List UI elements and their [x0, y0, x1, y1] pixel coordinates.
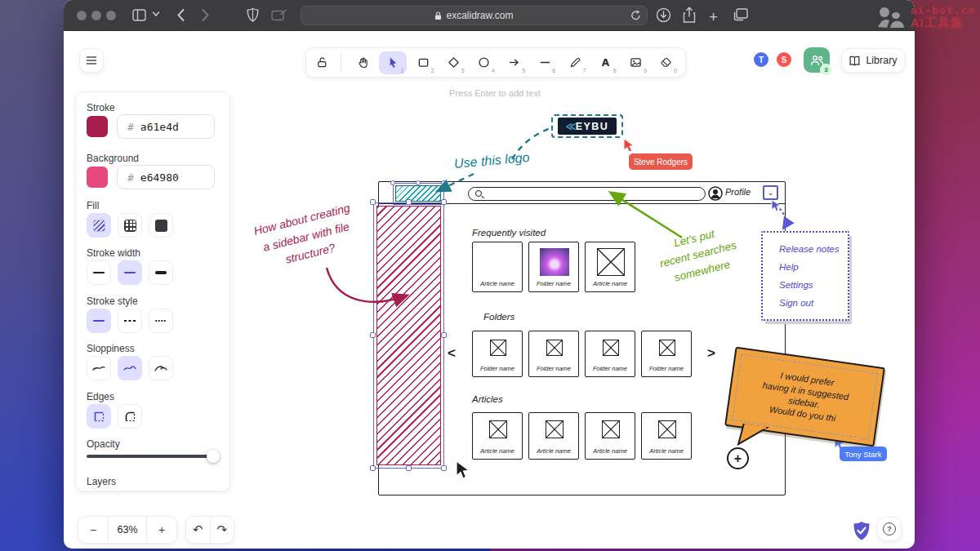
menu-item-sign-out[interactable]: Sign out [779, 298, 848, 308]
article-card[interactable]: Article name [472, 412, 523, 460]
collaborator-avatar-t[interactable]: T [752, 51, 770, 69]
keybu-logo-group[interactable]: ≪EYBU [551, 114, 623, 138]
share-icon[interactable] [683, 7, 696, 24]
selection-handle[interactable] [406, 199, 412, 205]
menu-item-release-notes[interactable]: Release notes [779, 244, 848, 254]
selection-tool-button[interactable]: 1 [379, 51, 407, 74]
selection-handle[interactable] [370, 332, 376, 338]
help-button[interactable]: ? [877, 517, 902, 541]
sloppiness-architect-button[interactable] [87, 356, 111, 380]
article-card[interactable]: Article name [528, 412, 579, 460]
sloppiness-label: Sloppiness [87, 343, 135, 354]
forward-button[interactable] [201, 8, 210, 22]
folder-card[interactable]: Folder name [641, 331, 692, 377]
fill-solid-button[interactable] [149, 213, 173, 238]
downloads-icon[interactable] [656, 7, 671, 23]
background-color-swatch[interactable] [87, 167, 108, 188]
selection-handle[interactable] [390, 180, 395, 185]
freq-card-article-1[interactable]: Article name [472, 242, 523, 292]
wireframe-searchbar[interactable] [468, 187, 706, 201]
freq-card-article-2[interactable]: Article name [585, 242, 635, 292]
undo-button[interactable]: ↶ [186, 517, 211, 543]
draw-tool-button[interactable]: 7 [561, 51, 589, 74]
wireframe-profile-menu[interactable]: Release notes Help Settings Sign out [761, 231, 849, 321]
new-tab-icon[interactable]: + [709, 8, 718, 26]
freq-card-folder[interactable]: Folder name [528, 242, 579, 292]
menu-item-settings[interactable]: Settings [779, 280, 848, 290]
address-bar[interactable]: excalidraw.com [301, 6, 648, 25]
selection-handle[interactable] [416, 180, 421, 185]
stroke-style-dashed-button[interactable] [118, 309, 142, 333]
stroke-style-solid-button[interactable] [87, 309, 111, 333]
hamburger-icon [86, 56, 97, 65]
article-card[interactable]: Article name [585, 412, 635, 460]
stroke-color-swatch[interactable] [87, 116, 108, 137]
folder-card[interactable]: Folder name [528, 331, 579, 377]
zoom-level[interactable]: 63% [108, 517, 147, 543]
sidebar-question-note[interactable]: How about creating a sidebar with file s… [234, 195, 380, 280]
zoom-out-button[interactable]: − [78, 517, 108, 543]
edges-label: Edges [87, 391, 114, 402]
library-button[interactable]: Library [841, 48, 905, 73]
back-button[interactable] [176, 8, 185, 22]
edges-sharp-button[interactable] [87, 404, 111, 429]
lock-tool-button[interactable] [311, 51, 333, 74]
diamond-tool-button[interactable]: 3 [439, 51, 467, 74]
wireframe-profile-dropdown[interactable]: ⌄ [763, 185, 778, 200]
line-tool-button[interactable]: 6 [531, 51, 559, 74]
sloppiness-cartoonist-button[interactable] [149, 356, 173, 380]
encryption-shield-icon[interactable] [853, 521, 871, 541]
sidebar-chevron-icon[interactable] [152, 11, 160, 17]
main-menu-button[interactable] [79, 48, 104, 73]
wireframe-profile-label[interactable]: Profile [725, 187, 751, 197]
ellipse-tool-button[interactable]: 4 [470, 51, 498, 74]
stroke-width-bold-button[interactable] [118, 260, 142, 285]
opacity-slider-knob[interactable] [207, 450, 220, 463]
stroke-hex-input[interactable]: #a61e4d [117, 114, 215, 139]
selection-handle[interactable] [441, 180, 446, 185]
traffic-light-close[interactable] [77, 11, 87, 20]
stroke-width-extrabold-button[interactable] [149, 260, 173, 285]
selection-handle[interactable] [441, 465, 447, 471]
selection-handle[interactable] [370, 465, 376, 471]
wireframe-profile-icon[interactable] [708, 186, 723, 201]
wireframe-add-button[interactable]: + [727, 447, 749, 469]
redo-button[interactable]: ↷ [211, 517, 234, 543]
background-hex-input[interactable]: #e64980 [117, 165, 215, 189]
tab-overview-icon[interactable] [733, 8, 748, 21]
hand-tool-button[interactable] [349, 51, 376, 74]
folder-card[interactable]: Folder name [585, 331, 635, 377]
collaborator-avatar-s[interactable]: S [775, 51, 793, 69]
image-tool-button[interactable]: 9 [622, 51, 650, 74]
selection-handle[interactable] [370, 199, 376, 205]
opacity-slider[interactable] [87, 455, 219, 458]
text-tool-button[interactable]: A 8 [591, 51, 619, 74]
sticky-note-comment[interactable]: I would prefer having it in suggested si… [724, 347, 885, 447]
privacy-shield-icon[interactable] [247, 7, 259, 23]
stroke-width-thin-button[interactable] [87, 260, 111, 285]
carousel-right-icon[interactable]: > [707, 345, 715, 362]
rectangle-tool-button[interactable]: 2 [409, 51, 437, 74]
carousel-left-icon[interactable]: < [448, 345, 456, 362]
edges-round-button[interactable] [118, 404, 142, 429]
fill-hachure-button[interactable] [87, 213, 111, 238]
zoom-in-button[interactable]: + [147, 517, 176, 543]
sidebar-toggle-icon[interactable] [132, 9, 146, 21]
article-card[interactable]: Article name [641, 412, 692, 460]
stroke-style-dotted-button[interactable] [149, 309, 173, 333]
screen: { "watermark": { "brand": "ai-bot.cn", "… [0, 0, 980, 551]
reload-icon[interactable] [630, 10, 641, 21]
selection-handle[interactable] [441, 199, 447, 205]
fill-crosshatch-button[interactable] [118, 213, 142, 238]
arrow-tool-button[interactable]: 5 [501, 51, 528, 74]
folder-card[interactable]: Folder name [472, 331, 523, 377]
sloppiness-artist-button[interactable] [118, 356, 142, 380]
use-this-logo-note[interactable]: Use this logo [453, 150, 530, 171]
traffic-light-zoom[interactable] [106, 11, 116, 20]
menu-item-help[interactable]: Help [779, 262, 848, 272]
selection-handle[interactable] [406, 465, 412, 471]
selection-handle[interactable] [441, 332, 447, 338]
eraser-tool-button[interactable]: 0 [653, 51, 680, 74]
traffic-light-minimize[interactable] [91, 11, 101, 20]
compose-icon[interactable] [271, 9, 287, 21]
